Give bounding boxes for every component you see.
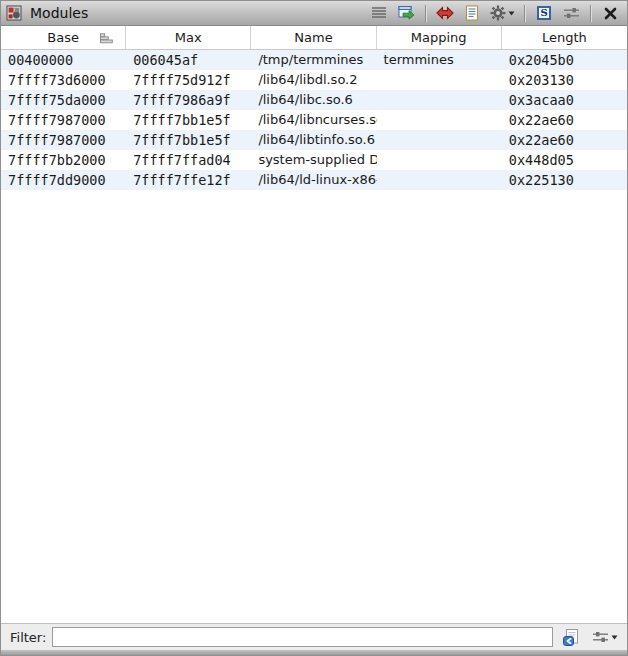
- table-row[interactable]: 7ffff75da0007ffff7986a9f/lib64/libc.so.6…: [1, 90, 627, 110]
- column-header-label: Mapping: [411, 30, 467, 45]
- window-select-icon: [398, 5, 415, 21]
- close-button[interactable]: [598, 2, 622, 24]
- select-addresses-button[interactable]: [394, 2, 418, 24]
- cell-mapping: [377, 70, 502, 90]
- toolbar: S: [367, 2, 622, 24]
- cell-base: 7ffff75da000: [1, 90, 126, 110]
- close-icon: [604, 7, 617, 20]
- cell-length: 0x2045b0: [502, 50, 627, 70]
- cell-max: 006045af: [126, 50, 251, 70]
- table-row[interactable]: 7ffff7dd90007ffff7ffe12f/lib64/ld-linux-…: [1, 170, 627, 190]
- cell-max: 7ffff7ffe12f: [126, 170, 251, 190]
- toolbar-separator: [524, 5, 525, 22]
- filter-bar: Filter:: [1, 623, 627, 650]
- cell-length: 0x225130: [502, 170, 627, 190]
- toolbar-separator: [590, 5, 591, 22]
- table-body: 00400000006045af/tmp/termminestermmines0…: [1, 50, 627, 190]
- cell-length: 0x22ae60: [502, 130, 627, 150]
- cell-max: 7ffff7bb1e5f: [126, 110, 251, 130]
- cell-length: 0x203130: [502, 70, 627, 90]
- cell-length: 0x22ae60: [502, 110, 627, 130]
- table-row[interactable]: 7ffff79870007ffff7bb1e5f/lib64/libtinfo.…: [1, 130, 627, 150]
- table-row[interactable]: 7ffff7bb20007ffff7ffad04system-supplied …: [1, 150, 627, 170]
- s-icon: S: [537, 6, 551, 20]
- cell-name: /lib64/libncurses.so: [251, 110, 376, 130]
- cell-name: /lib64/libc.so.6: [251, 90, 376, 110]
- cell-max: 7ffff75d912f: [126, 70, 251, 90]
- filter-options-button[interactable]: [589, 626, 621, 648]
- cell-max: 7ffff7ffad04: [126, 150, 251, 170]
- cell-name: /tmp/termmines: [251, 50, 376, 70]
- cell-name: system-supplied DS: [251, 150, 376, 170]
- import-module-button[interactable]: [460, 2, 484, 24]
- cell-base: 7ffff7bb2000: [1, 150, 126, 170]
- column-header-max[interactable]: Max: [126, 26, 251, 49]
- cell-base: 7ffff73d6000: [1, 70, 126, 90]
- sort-ascending-icon: [100, 33, 113, 44]
- cell-name: /lib64/ld-linux-x86-6: [251, 170, 376, 190]
- cell-name: /lib64/libtinfo.so.6: [251, 130, 376, 150]
- cell-max: 7ffff7bb1e5f: [126, 130, 251, 150]
- cell-mapping: [377, 170, 502, 190]
- cell-base: 7ffff7987000: [1, 110, 126, 130]
- clear-filter-icon: [562, 628, 581, 647]
- table-row[interactable]: 7ffff79870007ffff7bb1e5f/lib64/libncurse…: [1, 110, 627, 130]
- show-sections-table-button[interactable]: [367, 2, 391, 24]
- column-header-length[interactable]: Length: [502, 26, 627, 49]
- cell-base: 7ffff7987000: [1, 130, 126, 150]
- cell-mapping: [377, 130, 502, 150]
- column-header-label: Max: [175, 30, 202, 45]
- red-double-arrow-icon: [436, 6, 454, 20]
- column-header-mapping[interactable]: Mapping: [377, 26, 502, 49]
- column-header-name[interactable]: Name: [251, 26, 376, 49]
- cell-length: 0x3acaa0: [502, 90, 627, 110]
- list-icon: [371, 6, 387, 20]
- document-icon: [465, 5, 479, 21]
- cell-name: /lib64/libdl.so.2: [251, 70, 376, 90]
- table-header: Base MaxNameMappingLength: [1, 26, 627, 50]
- panel-menu-button[interactable]: [559, 2, 583, 24]
- clear-filter-button[interactable]: [559, 626, 583, 648]
- filter-label: Filter:: [10, 630, 46, 645]
- column-header-label: Base: [47, 30, 79, 45]
- caret-down-icon: [508, 11, 515, 16]
- cell-mapping: termmines: [377, 50, 502, 70]
- table-empty-area: [1, 190, 627, 623]
- column-header-label: Name: [294, 30, 332, 45]
- cell-mapping: [377, 110, 502, 130]
- modules-window: Modules: [0, 0, 628, 656]
- cell-max: 7ffff7986a9f: [126, 90, 251, 110]
- cell-base: 00400000: [1, 50, 126, 70]
- sliders-icon: [592, 630, 609, 644]
- filter-input[interactable]: [52, 627, 553, 647]
- column-header-base[interactable]: Base: [1, 26, 126, 49]
- window-resize-edge[interactable]: [1, 650, 627, 655]
- table-row[interactable]: 00400000006045af/tmp/termminestermmines0…: [1, 50, 627, 70]
- cell-mapping: [377, 150, 502, 170]
- column-header-label: Length: [542, 30, 587, 45]
- map-module-button[interactable]: [433, 2, 457, 24]
- cell-length: 0x448d05: [502, 150, 627, 170]
- toolbar-separator: [425, 5, 426, 22]
- sync-static-listing-button[interactable]: S: [532, 2, 556, 24]
- modules-icon: [6, 5, 22, 21]
- cell-base: 7ffff7dd9000: [1, 170, 126, 190]
- titlebar[interactable]: Modules: [1, 1, 627, 26]
- cell-mapping: [377, 90, 502, 110]
- window-title: Modules: [30, 5, 88, 21]
- auto-map-button[interactable]: [487, 2, 517, 24]
- sliders-icon: [563, 6, 580, 20]
- caret-down-icon: [611, 635, 618, 640]
- table-row[interactable]: 7ffff73d60007ffff75d912f/lib64/libdl.so.…: [1, 70, 627, 90]
- gear-icon: [490, 5, 506, 21]
